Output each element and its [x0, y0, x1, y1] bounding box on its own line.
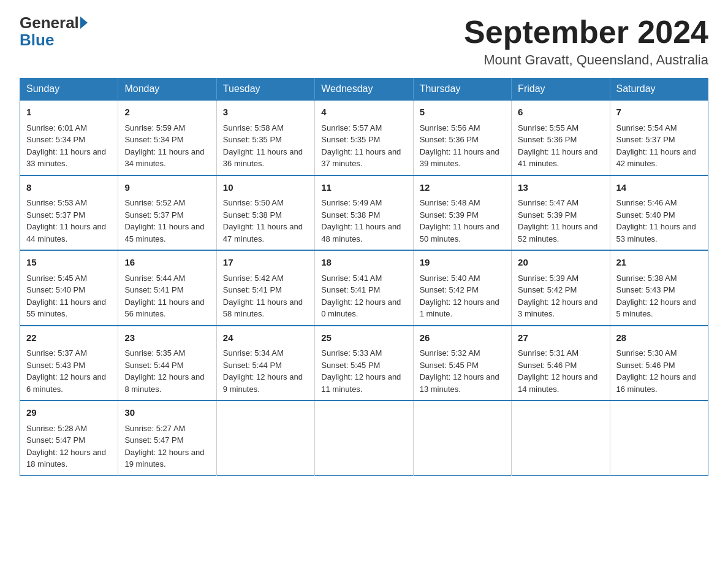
header-tuesday: Tuesday: [216, 79, 314, 101]
day-number: 13: [518, 181, 603, 195]
header-friday: Friday: [512, 79, 610, 101]
calendar-cell: 27 Sunrise: 5:31 AMSunset: 5:46 PMDaylig…: [512, 326, 610, 401]
calendar-cell: 3 Sunrise: 5:58 AMSunset: 5:35 PMDayligh…: [216, 100, 314, 175]
calendar-cell: 15 Sunrise: 5:45 AMSunset: 5:40 PMDaylig…: [20, 250, 118, 326]
calendar-header-row: SundayMondayTuesdayWednesdayThursdayFrid…: [20, 79, 708, 101]
day-info: Sunrise: 5:28 AMSunset: 5:47 PMDaylight:…: [26, 424, 106, 469]
week-row-1: 1 Sunrise: 6:01 AMSunset: 5:34 PMDayligh…: [20, 100, 708, 175]
calendar-cell: 19 Sunrise: 5:40 AMSunset: 5:42 PMDaylig…: [413, 250, 511, 326]
day-number: 29: [26, 406, 112, 420]
calendar-cell: 28 Sunrise: 5:30 AMSunset: 5:46 PMDaylig…: [610, 326, 708, 401]
logo: General Blue: [20, 15, 89, 50]
week-row-4: 22 Sunrise: 5:37 AMSunset: 5:43 PMDaylig…: [20, 326, 708, 401]
calendar-cell: [512, 400, 610, 475]
calendar-cell: 7 Sunrise: 5:54 AMSunset: 5:37 PMDayligh…: [610, 100, 708, 175]
calendar-cell: 10 Sunrise: 5:50 AMSunset: 5:38 PMDaylig…: [216, 175, 314, 251]
calendar-cell: [610, 400, 708, 475]
day-number: 19: [420, 256, 505, 270]
day-number: 21: [616, 256, 702, 270]
calendar-cell: 13 Sunrise: 5:47 AMSunset: 5:39 PMDaylig…: [512, 175, 610, 251]
day-number: 23: [124, 331, 210, 345]
month-title: September 2024: [464, 15, 708, 50]
day-number: 22: [26, 331, 112, 345]
day-info: Sunrise: 5:56 AMSunset: 5:36 PMDaylight:…: [420, 123, 499, 169]
day-info: Sunrise: 5:39 AMSunset: 5:42 PMDaylight:…: [518, 274, 597, 319]
day-info: Sunrise: 5:57 AMSunset: 5:35 PMDaylight:…: [321, 123, 401, 169]
day-number: 10: [223, 181, 308, 195]
page-header: General Blue September 2024 Mount Gravat…: [20, 15, 708, 68]
week-row-5: 29 Sunrise: 5:28 AMSunset: 5:47 PMDaylig…: [20, 400, 708, 475]
day-info: Sunrise: 6:01 AMSunset: 5:34 PMDaylight:…: [26, 123, 106, 169]
day-info: Sunrise: 5:48 AMSunset: 5:39 PMDaylight:…: [420, 198, 499, 243]
day-number: 7: [616, 105, 702, 120]
calendar-cell: 29 Sunrise: 5:28 AMSunset: 5:47 PMDaylig…: [20, 400, 118, 475]
week-row-2: 8 Sunrise: 5:53 AMSunset: 5:37 PMDayligh…: [20, 175, 708, 251]
day-info: Sunrise: 5:30 AMSunset: 5:46 PMDaylight:…: [616, 348, 696, 394]
day-number: 5: [420, 105, 505, 120]
day-info: Sunrise: 5:34 AMSunset: 5:44 PMDaylight:…: [223, 348, 303, 394]
day-info: Sunrise: 5:32 AMSunset: 5:45 PMDaylight:…: [420, 348, 499, 394]
logo-arrow-icon: [80, 17, 88, 29]
day-info: Sunrise: 5:42 AMSunset: 5:41 PMDaylight:…: [223, 274, 303, 319]
day-number: 16: [124, 256, 210, 270]
logo-blue-text: Blue: [20, 31, 54, 49]
calendar-cell: 23 Sunrise: 5:35 AMSunset: 5:44 PMDaylig…: [118, 326, 216, 401]
day-number: 14: [616, 181, 702, 195]
logo-general-text: General: [20, 15, 79, 31]
week-row-3: 15 Sunrise: 5:45 AMSunset: 5:40 PMDaylig…: [20, 250, 708, 326]
day-number: 4: [321, 105, 406, 120]
day-info: Sunrise: 5:37 AMSunset: 5:43 PMDaylight:…: [26, 348, 106, 394]
calendar-cell: 8 Sunrise: 5:53 AMSunset: 5:37 PMDayligh…: [20, 175, 118, 251]
calendar-table: SundayMondayTuesdayWednesdayThursdayFrid…: [20, 78, 708, 476]
calendar-cell: [315, 400, 413, 475]
day-number: 24: [223, 331, 308, 345]
calendar-cell: 21 Sunrise: 5:38 AMSunset: 5:43 PMDaylig…: [610, 250, 708, 326]
calendar-cell: 4 Sunrise: 5:57 AMSunset: 5:35 PMDayligh…: [315, 100, 413, 175]
title-block: September 2024 Mount Gravatt, Queensland…: [464, 15, 708, 68]
day-number: 11: [321, 181, 406, 195]
day-info: Sunrise: 5:41 AMSunset: 5:41 PMDaylight:…: [321, 274, 401, 319]
header-saturday: Saturday: [610, 79, 708, 101]
calendar-cell: 22 Sunrise: 5:37 AMSunset: 5:43 PMDaylig…: [20, 326, 118, 401]
day-info: Sunrise: 5:35 AMSunset: 5:44 PMDaylight:…: [124, 348, 204, 394]
day-number: 12: [420, 181, 505, 195]
calendar-cell: 17 Sunrise: 5:42 AMSunset: 5:41 PMDaylig…: [216, 250, 314, 326]
day-info: Sunrise: 5:50 AMSunset: 5:38 PMDaylight:…: [223, 198, 303, 243]
calendar-cell: 5 Sunrise: 5:56 AMSunset: 5:36 PMDayligh…: [413, 100, 511, 175]
day-info: Sunrise: 5:33 AMSunset: 5:45 PMDaylight:…: [321, 348, 401, 394]
calendar-cell: [216, 400, 314, 475]
calendar-cell: 2 Sunrise: 5:59 AMSunset: 5:34 PMDayligh…: [118, 100, 216, 175]
day-number: 9: [124, 181, 210, 195]
calendar-cell: 1 Sunrise: 6:01 AMSunset: 5:34 PMDayligh…: [20, 100, 118, 175]
day-info: Sunrise: 5:27 AMSunset: 5:47 PMDaylight:…: [124, 424, 204, 469]
day-number: 17: [223, 256, 308, 270]
calendar-cell: 25 Sunrise: 5:33 AMSunset: 5:45 PMDaylig…: [315, 326, 413, 401]
day-number: 30: [124, 406, 210, 420]
header-sunday: Sunday: [20, 79, 118, 101]
calendar-cell: 30 Sunrise: 5:27 AMSunset: 5:47 PMDaylig…: [118, 400, 216, 475]
day-info: Sunrise: 5:52 AMSunset: 5:37 PMDaylight:…: [124, 198, 204, 243]
calendar-cell: 20 Sunrise: 5:39 AMSunset: 5:42 PMDaylig…: [512, 250, 610, 326]
header-monday: Monday: [118, 79, 216, 101]
day-number: 3: [223, 105, 308, 120]
calendar-cell: 18 Sunrise: 5:41 AMSunset: 5:41 PMDaylig…: [315, 250, 413, 326]
header-wednesday: Wednesday: [315, 79, 413, 101]
day-number: 8: [26, 181, 112, 195]
calendar-cell: 6 Sunrise: 5:55 AMSunset: 5:36 PMDayligh…: [512, 100, 610, 175]
header-thursday: Thursday: [413, 79, 511, 101]
day-info: Sunrise: 5:47 AMSunset: 5:39 PMDaylight:…: [518, 198, 597, 243]
day-info: Sunrise: 5:59 AMSunset: 5:34 PMDaylight:…: [124, 123, 204, 169]
calendar-cell: 9 Sunrise: 5:52 AMSunset: 5:37 PMDayligh…: [118, 175, 216, 251]
day-number: 28: [616, 331, 702, 345]
day-info: Sunrise: 5:46 AMSunset: 5:40 PMDaylight:…: [616, 198, 696, 243]
day-number: 2: [124, 105, 210, 120]
calendar-cell: 11 Sunrise: 5:49 AMSunset: 5:38 PMDaylig…: [315, 175, 413, 251]
day-number: 1: [26, 105, 112, 120]
day-number: 20: [518, 256, 603, 270]
day-info: Sunrise: 5:31 AMSunset: 5:46 PMDaylight:…: [518, 348, 597, 394]
day-number: 6: [518, 105, 603, 120]
day-info: Sunrise: 5:49 AMSunset: 5:38 PMDaylight:…: [321, 198, 401, 243]
day-info: Sunrise: 5:44 AMSunset: 5:41 PMDaylight:…: [124, 274, 204, 319]
day-info: Sunrise: 5:38 AMSunset: 5:43 PMDaylight:…: [616, 274, 696, 319]
day-info: Sunrise: 5:40 AMSunset: 5:42 PMDaylight:…: [420, 274, 499, 319]
